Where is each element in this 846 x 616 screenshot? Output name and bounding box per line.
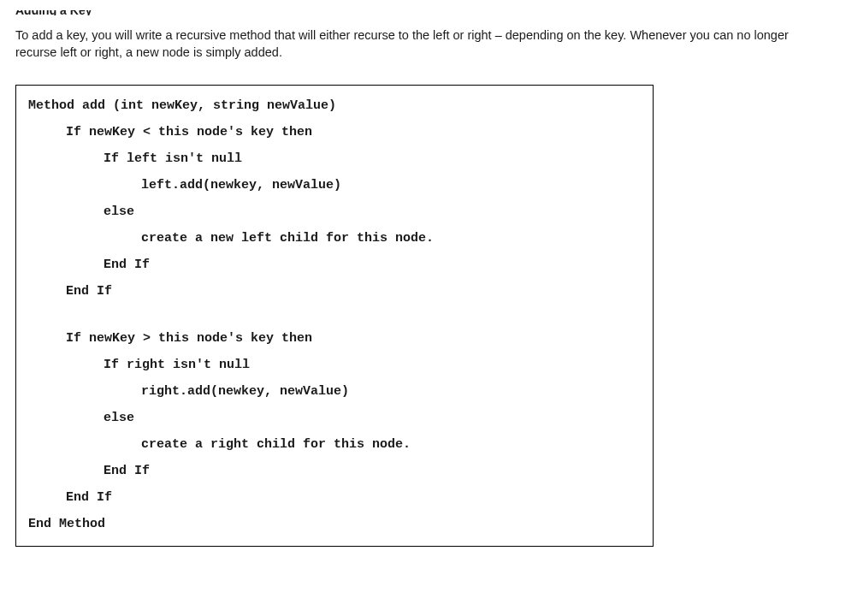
code-line: End If bbox=[28, 285, 641, 298]
blank-line bbox=[28, 311, 641, 332]
code-line: If newKey > this node's key then bbox=[28, 332, 641, 345]
intro-paragraph: To add a key, you will write a recursive… bbox=[15, 27, 831, 61]
header-section: Adding a Key To add a key, you will writ… bbox=[0, 0, 846, 78]
code-line: else bbox=[28, 205, 641, 218]
code-line: right.add(newkey, newValue) bbox=[28, 385, 641, 398]
code-line: End If bbox=[28, 491, 641, 504]
code-line: End If bbox=[28, 258, 641, 271]
code-line: If newKey < this node's key then bbox=[28, 126, 641, 139]
code-line: left.add(newkey, newValue) bbox=[28, 179, 641, 192]
code-line: Method add (int newKey, string newValue) bbox=[28, 99, 641, 112]
section-title: Adding a Key bbox=[15, 10, 92, 15]
code-line: End If bbox=[28, 465, 641, 477]
code-line: create a right child for this node. bbox=[28, 438, 641, 451]
code-line: If left isn't null bbox=[28, 152, 641, 165]
pseudocode-box: Method add (int newKey, string newValue)… bbox=[15, 85, 654, 547]
code-line: If right isn't null bbox=[28, 358, 641, 371]
code-line: create a new left child for this node. bbox=[28, 232, 641, 245]
code-line: End Method bbox=[28, 518, 641, 530]
code-line: else bbox=[28, 412, 641, 424]
